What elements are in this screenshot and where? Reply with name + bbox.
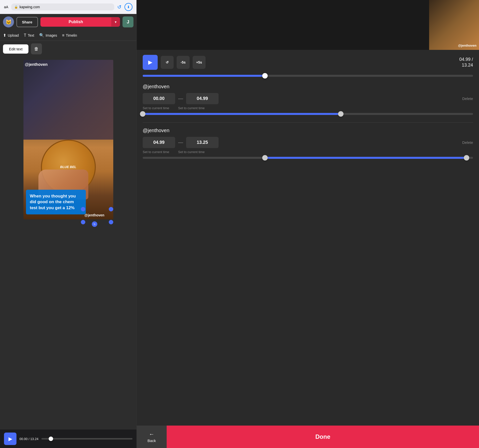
- video-container: BLUE BEL @jenthoven When you thought you…: [23, 60, 113, 219]
- subtitle-2-thumb-right[interactable]: [464, 155, 469, 161]
- preview-mini: @jenthoven: [429, 0, 479, 50]
- delete-button[interactable]: 🗑: [31, 43, 42, 54]
- subtitle-2-set-start[interactable]: Set to current time: [143, 150, 175, 154]
- publish-dropdown-button[interactable]: ▾: [111, 17, 120, 26]
- download-icon[interactable]: ⬇: [124, 3, 132, 11]
- time-display-small: 00.00 / 13.24: [19, 437, 38, 441]
- back-label: Back: [147, 439, 156, 443]
- handle-top-left[interactable]: [81, 207, 85, 211]
- subtitle-1-set-start[interactable]: Set to current time: [143, 106, 175, 110]
- subtitle-1-delete[interactable]: Delete: [462, 96, 473, 101]
- tin-label: BLUE BEL: [60, 165, 76, 169]
- subtitle-1-range-bar[interactable]: [143, 113, 473, 115]
- subtitle-2-separator: —: [178, 140, 183, 145]
- preview-watermark: @jenthoven: [458, 44, 477, 47]
- right-top-preview: @jenthoven: [137, 0, 479, 50]
- plus5-button[interactable]: +5s: [193, 56, 206, 69]
- progress-thumb-small[interactable]: [49, 437, 53, 441]
- play-button-small[interactable]: ▶: [4, 433, 16, 445]
- subtitle-2-delete[interactable]: Delete: [462, 140, 473, 145]
- handle-bottom-right[interactable]: [109, 220, 113, 224]
- subtitle-2-set-end[interactable]: Set to current time: [178, 150, 211, 154]
- time-counter: 04.99 / 13.24: [459, 57, 473, 68]
- edit-text-button[interactable]: Edit text: [3, 44, 28, 54]
- browser-font-size: aA: [4, 5, 8, 9]
- right-panel: @jenthoven ▶ ↺ -5s +5s 04.99 / 13.24 @je…: [137, 0, 479, 448]
- text-label: Text: [28, 33, 34, 37]
- back-icon: ←: [149, 431, 154, 438]
- rotate-handle[interactable]: ↻: [92, 221, 97, 227]
- replay-button[interactable]: ↺: [161, 56, 174, 69]
- upload-label: Upload: [8, 33, 19, 37]
- video-canvas: BLUE BEL @jenthoven When you thought you…: [0, 57, 136, 430]
- subtitle-1-end-input[interactable]: [186, 93, 219, 104]
- avatar-button[interactable]: 🐱: [3, 16, 14, 27]
- subtitle-1-start-input[interactable]: [143, 93, 175, 104]
- subtitle-2-range-bar[interactable]: [143, 157, 473, 159]
- timeline-label: Timelin: [66, 33, 77, 37]
- upload-icon: ⬆: [3, 33, 6, 38]
- address-bar[interactable]: 🔒 kapwing.com: [11, 3, 114, 10]
- subtitle-1-separator: —: [178, 96, 183, 101]
- text-icon: T: [24, 33, 26, 38]
- desk-area: [23, 60, 113, 140]
- selected-element-label: @jenthoven: [76, 213, 113, 217]
- publish-button-group[interactable]: Publish ▾: [40, 17, 120, 27]
- subtitle-1-range-fill: [143, 113, 341, 115]
- share-button[interactable]: Share: [16, 17, 38, 27]
- images-icon: 🔍: [39, 33, 44, 38]
- progress-bar-small[interactable]: [41, 438, 132, 440]
- subtitle-2-end-input[interactable]: [186, 137, 219, 148]
- subtitle-1-set-end[interactable]: Set to current time: [178, 106, 211, 110]
- subtitle-1-label: @jenthoven: [143, 84, 473, 90]
- text-tool[interactable]: T Text: [24, 32, 34, 39]
- lock-icon: 🔒: [14, 5, 18, 9]
- playback-bar: ▶ 00.00 / 13.24: [0, 430, 136, 448]
- handle-bottom-left[interactable]: [81, 220, 85, 224]
- main-progress-fill: [143, 75, 265, 77]
- play-button-large[interactable]: ▶: [143, 55, 158, 70]
- publish-button[interactable]: Publish: [40, 17, 111, 27]
- divider: [143, 122, 473, 123]
- selection-overlay[interactable]: @jenthoven ↻: [76, 207, 113, 224]
- subtitle-2-start-input[interactable]: [143, 137, 175, 148]
- url-text: kapwing.com: [19, 5, 40, 9]
- subtitle-entry-2: @jenthoven — Delete Set to current time …: [143, 128, 473, 159]
- caption-text: When you thought you did good on the che…: [30, 194, 76, 210]
- subtitle-2-range-fill: [265, 157, 467, 159]
- timeline-tool[interactable]: ≡ Timelin: [62, 32, 77, 39]
- subtitle-1-thumb-right[interactable]: [338, 111, 344, 117]
- handle-top-right[interactable]: [109, 207, 113, 211]
- video-watermark: @jenthoven: [25, 62, 48, 67]
- minus5-button[interactable]: -5s: [177, 56, 190, 69]
- main-progress-bar[interactable]: [143, 75, 473, 77]
- subtitle-2-label: @jenthoven: [143, 128, 473, 133]
- done-button[interactable]: Done: [167, 426, 479, 448]
- images-label: Images: [46, 33, 57, 37]
- back-button[interactable]: ← Back: [137, 426, 167, 448]
- video-scene: BLUE BEL @jenthoven When you thought you…: [23, 60, 113, 219]
- bottom-actions: ← Back Done: [137, 426, 479, 448]
- subtitle-1-thumb-left[interactable]: [140, 111, 145, 117]
- user-avatar-button[interactable]: J: [122, 16, 133, 27]
- upload-tool[interactable]: ⬆ Upload: [3, 32, 19, 39]
- images-tool[interactable]: 🔍 Images: [39, 32, 57, 39]
- video-background: BLUE BEL @jenthoven When you thought you…: [23, 60, 113, 219]
- reload-icon[interactable]: ↺: [117, 4, 121, 10]
- main-progress-thumb[interactable]: [262, 73, 268, 79]
- subtitle-entry-1: @jenthoven — Delete Set to current time …: [143, 84, 473, 115]
- subtitle-2-thumb-left[interactable]: [262, 155, 268, 161]
- timeline-icon: ≡: [62, 33, 64, 38]
- playback-controls: ▶ ↺ -5s +5s 04.99 / 13.24: [143, 55, 473, 70]
